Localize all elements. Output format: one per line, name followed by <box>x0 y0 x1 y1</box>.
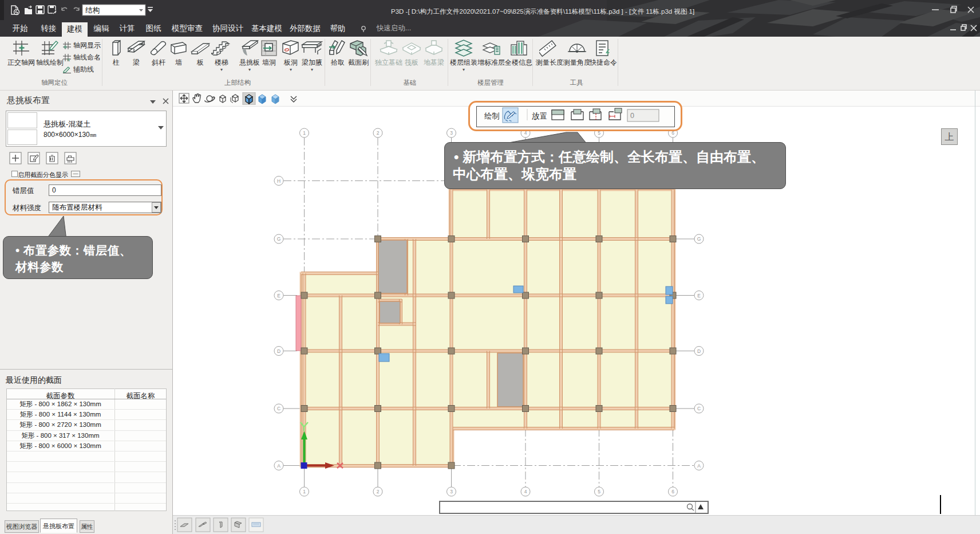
svg-text:C: C <box>697 406 701 411</box>
svg-text:H: H <box>277 178 280 184</box>
svg-text:1: 1 <box>303 489 306 494</box>
svg-text:G: G <box>697 236 701 242</box>
svg-text:A: A <box>277 463 280 469</box>
svg-text:C: C <box>277 406 280 411</box>
svg-text:N: N <box>67 58 70 61</box>
svg-text:A: A <box>697 463 701 469</box>
svg-text:放置: 放置 <box>532 112 547 120</box>
svg-text:4: 4 <box>524 489 527 494</box>
svg-text:2: 2 <box>377 489 380 494</box>
svg-text:2: 2 <box>377 130 380 136</box>
svg-text:结构: 结构 <box>85 6 100 14</box>
svg-text:E: E <box>277 293 280 299</box>
svg-text:0: 0 <box>630 112 634 120</box>
svg-text:5: 5 <box>598 489 600 494</box>
svg-text:1: 1 <box>303 130 306 136</box>
svg-text:绘制: 绘制 <box>484 112 500 120</box>
svg-text:D: D <box>697 348 701 354</box>
svg-text:D: D <box>277 348 280 354</box>
svg-text:G: G <box>277 236 281 242</box>
svg-text:E: E <box>697 293 701 299</box>
svg-text:3: 3 <box>450 130 453 136</box>
svg-text:3: 3 <box>450 489 453 494</box>
svg-text:6: 6 <box>671 489 674 494</box>
